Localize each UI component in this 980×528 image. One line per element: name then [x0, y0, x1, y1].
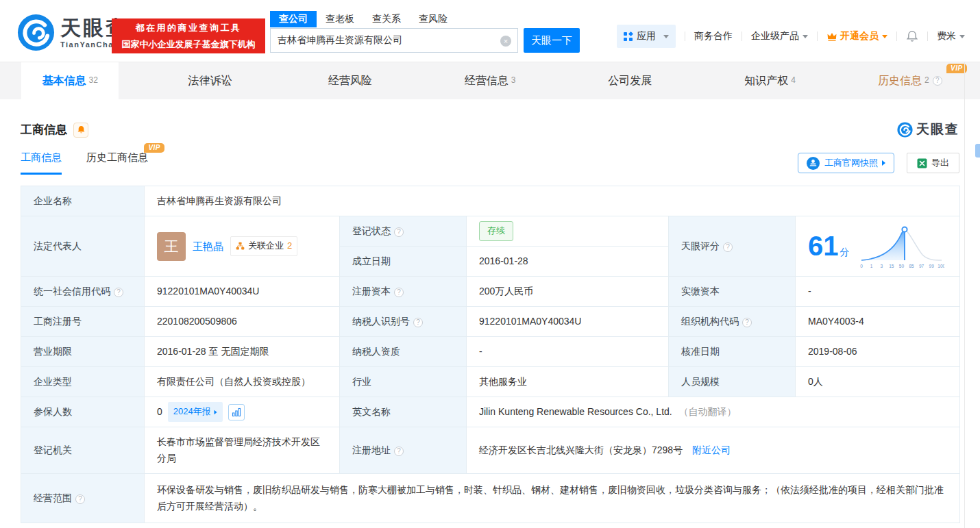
help-icon[interactable]: ? — [394, 227, 404, 237]
subtab-business-registration[interactable]: 工商信息 — [21, 151, 62, 175]
tianyancha-logo-icon — [897, 122, 913, 138]
english-name-cell: Jilin Kunteng Renewable Resources Co., L… — [467, 397, 960, 427]
section-brand-logo: 天眼查 — [897, 122, 959, 138]
legal-rep-name-link[interactable]: 王艳晶 — [193, 238, 223, 255]
vip-upgrade-menu[interactable]: 开通会员 — [826, 30, 887, 42]
promo-line-1: 都在用的商业查询工具 — [136, 20, 242, 36]
search-input[interactable] — [271, 29, 517, 52]
table-row: 营业期限 2016-01-28 至 无固定期限 纳税人资质 - 核准日期 201… — [21, 337, 960, 367]
username: 费米 — [937, 30, 956, 42]
search-tab-boss[interactable]: 查老板 — [317, 11, 363, 27]
brand-name: 天眼查 — [916, 123, 959, 137]
tab-business-info[interactable]: 经营信息 3 — [420, 62, 560, 99]
insured-trend-button[interactable] — [228, 404, 245, 420]
chevron-down-icon — [803, 35, 808, 38]
company-name-label: 企业名称 — [21, 186, 145, 216]
official-snapshot-button[interactable]: 工商官网快照 — [798, 153, 894, 173]
header: 天眼查 TianYanCha.com 都在用的商业查询工具 国家中小企业发展子基… — [0, 0, 980, 62]
window-edge-line — [964, 62, 965, 528]
staff-size-label: 人员规模 — [669, 367, 796, 397]
help-icon[interactable]: ? — [114, 288, 123, 297]
paid-capital-label: 实缴资本 — [669, 277, 796, 307]
apps-menu[interactable]: 应用 — [617, 25, 676, 48]
arrow-right-icon — [882, 160, 885, 166]
org-code-label: 组织机构代码? — [669, 307, 796, 337]
legal-rep-label: 法定代表人 — [21, 216, 145, 277]
subscribe-alert-button[interactable] — [73, 123, 88, 138]
annual-report-badge[interactable]: 2024年报 — [168, 402, 223, 421]
nearby-companies-link[interactable]: 附近公司 — [692, 444, 731, 455]
notifications-button[interactable] — [906, 30, 918, 42]
uscc-label: 统一社会信用代码? — [21, 277, 145, 307]
export-button[interactable]: 导出 — [907, 153, 959, 173]
tab-count: 32 — [88, 75, 97, 85]
svg-text:0: 0 — [860, 264, 863, 268]
company-type-label: 企业类型 — [21, 367, 145, 397]
side-drawer-handle[interactable] — [975, 144, 980, 158]
uscc-value: 91220101MA0Y40034U — [145, 277, 340, 307]
score-label: 天眼评分? — [669, 216, 796, 277]
promo-banner: 都在用的商业查询工具 国家中小企业发展子基金旗下机构 — [112, 18, 265, 53]
svg-text:99: 99 — [929, 264, 934, 268]
top-navigation: 应用 商务合作 企业级产品 开通会员 — [617, 25, 965, 48]
search-button[interactable]: 天眼一下 — [524, 28, 580, 53]
taxpayer-quality-label: 纳税人资质 — [340, 337, 467, 367]
tab-company-development[interactable]: 公司发展 — [560, 62, 700, 99]
subtab-history-registration[interactable]: 历史工商信息 VIP — [86, 151, 148, 175]
reg-capital-label: 注册资本? — [340, 277, 467, 307]
registered-address-label: 注册地址? — [340, 427, 467, 474]
approval-date-label: 核准日期 — [669, 337, 796, 367]
tab-intellectual-property[interactable]: 知识产权 4 — [700, 62, 840, 99]
reg-capital-value: 200万人民币 — [467, 277, 669, 307]
cooperation-link[interactable]: 商务合作 — [694, 30, 733, 42]
table-row: 统一社会信用代码? 91220101MA0Y40034U 注册资本? 200万人… — [21, 277, 960, 307]
crown-icon — [826, 31, 837, 42]
user-menu[interactable]: 费米 — [937, 30, 965, 42]
tab-history-info[interactable]: 历史信息 2 ? VIP — [840, 62, 980, 99]
company-type-value: 有限责任公司（自然人投资或控股） — [145, 367, 340, 397]
search-area: 查公司 查老板 查关系 查风险 × 天眼一下 — [270, 11, 580, 53]
help-icon[interactable]: ? — [413, 318, 423, 327]
svg-text:50: 50 — [898, 264, 904, 268]
table-row: 参保人数 0 2024年报 — [21, 397, 960, 427]
related-companies-badge[interactable]: 关联企业 2 — [230, 236, 297, 255]
insured-count-cell: 0 2024年报 — [145, 397, 340, 427]
table-row: 工商注册号 220108200509806 纳税人识别号? 91220101MA… — [21, 307, 960, 337]
search-tab-risk[interactable]: 查风险 — [410, 11, 456, 27]
reg-status-value: 存续 — [467, 216, 669, 247]
help-icon[interactable]: ? — [723, 242, 733, 252]
reg-number-value: 220108200509806 — [145, 307, 340, 337]
tab-legal-proceedings[interactable]: 法律诉讼 — [140, 62, 280, 99]
enterprise-menu[interactable]: 企业级产品 — [751, 30, 808, 42]
avatar[interactable]: 王 — [157, 232, 186, 261]
chevron-down-icon — [663, 35, 669, 38]
status-badge: 存续 — [479, 221, 513, 240]
clear-icon[interactable]: × — [500, 36, 511, 47]
tab-operational-risk[interactable]: 经营风险 — [280, 62, 420, 99]
company-name-value: 吉林省坤腾再生资源有限公司 — [145, 186, 960, 216]
registered-address-value: 经济开发区长吉北线兴隆大街（安龙泉）7298号 — [479, 444, 683, 455]
tab-count: 2 — [924, 75, 929, 85]
help-icon[interactable]: ? — [394, 447, 404, 456]
help-icon[interactable]: ? — [75, 494, 85, 504]
insured-count-value: 0 — [157, 404, 162, 420]
chevron-down-icon — [959, 35, 965, 38]
search-tab-relation[interactable]: 查关系 — [363, 11, 410, 27]
svg-text:85: 85 — [909, 264, 914, 268]
taxpayer-id-value: 91220101MA0Y40034U — [467, 307, 669, 337]
divider — [685, 32, 685, 41]
help-icon[interactable]: ? — [742, 318, 752, 327]
tianyancha-logo-icon — [17, 14, 55, 51]
help-icon[interactable]: ? — [933, 76, 942, 86]
auto-translate-note: （自动翻译） — [679, 406, 737, 417]
tab-count: 4 — [791, 75, 796, 85]
insured-count-label: 参保人数 — [21, 397, 145, 427]
tab-basic-info[interactable]: 基本信息 32 — [0, 62, 140, 99]
help-icon[interactable]: ? — [394, 288, 404, 297]
divider — [817, 32, 818, 41]
svg-text:97: 97 — [918, 264, 924, 268]
svg-text:100: 100 — [938, 264, 944, 268]
industry-label: 行业 — [340, 367, 467, 397]
search-tab-company[interactable]: 查公司 — [270, 11, 317, 27]
staff-size-value: 0人 — [796, 367, 960, 397]
